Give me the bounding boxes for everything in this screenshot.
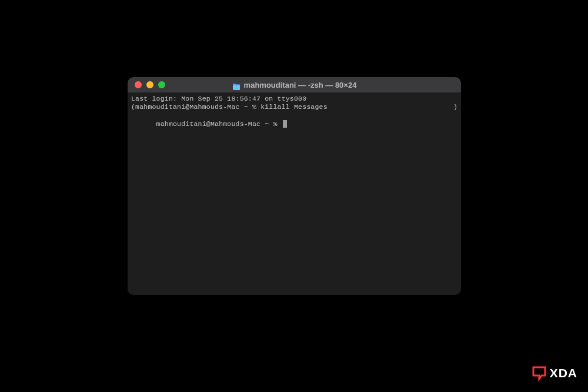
close-button[interactable]	[135, 81, 142, 88]
xda-watermark: XDA	[531, 365, 577, 381]
prompt-with-command: (mahmouditani@Mahmouds-Mac ~ % killall M…	[131, 103, 328, 111]
terminal-window: mahmouditani — -zsh — 80×24 Last login: …	[128, 77, 461, 295]
xda-logo-text: XDA	[550, 366, 577, 380]
line-end-bracket: )	[453, 103, 457, 111]
xda-logo-icon	[531, 365, 547, 381]
minimize-button[interactable]	[146, 81, 153, 88]
title-container: mahmouditani — -zsh — 80×24	[128, 81, 461, 89]
traffic-lights	[128, 81, 165, 88]
folder-icon	[232, 82, 240, 88]
current-prompt: mahmouditani@Mahmouds-Mac ~ %	[156, 120, 282, 128]
command-line: (mahmouditani@Mahmouds-Mac ~ % killall M…	[131, 103, 457, 111]
current-prompt-line: mahmouditani@Mahmouds-Mac ~ %	[131, 112, 457, 137]
window-titlebar[interactable]: mahmouditani — -zsh — 80×24	[128, 77, 461, 92]
terminal-body[interactable]: Last login: Mon Sep 25 18:56:47 on ttys0…	[128, 92, 461, 139]
maximize-button[interactable]	[158, 81, 165, 88]
window-title: mahmouditani — -zsh — 80×24	[244, 81, 357, 89]
last-login-line: Last login: Mon Sep 25 18:56:47 on ttys0…	[131, 95, 457, 103]
cursor	[283, 120, 287, 128]
